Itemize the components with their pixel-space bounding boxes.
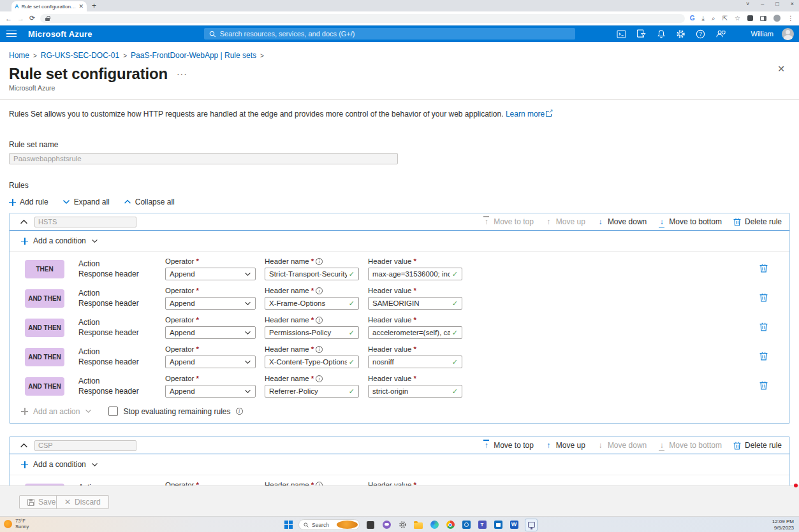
forward-icon[interactable]: → <box>17 15 24 22</box>
info-icon[interactable]: i <box>236 408 243 415</box>
breadcrumb-frontdoor[interactable]: PaaS-FrontDoor-WebApp | Rule sets <box>131 51 256 60</box>
outlook-icon[interactable] <box>461 520 471 530</box>
window-minimize-button[interactable]: – <box>761 1 764 7</box>
azure-search-box[interactable] <box>204 28 575 40</box>
extensions-icon[interactable] <box>747 15 753 21</box>
delete-action-button[interactable] <box>759 322 768 333</box>
window-close-button[interactable]: × <box>791 1 794 7</box>
move-down-button[interactable]: ↓ Move down <box>597 217 647 226</box>
header-value-field[interactable]: ✓ <box>368 297 462 310</box>
chrome-icon[interactable] <box>445 520 455 530</box>
operator-select[interactable]: Append <box>165 356 256 368</box>
checkbox[interactable] <box>108 406 118 416</box>
header-name-input[interactable] <box>269 270 347 278</box>
browser-tab[interactable]: A Rule set configuration - Microsof ✕ <box>11 1 87 11</box>
taskbar-clock[interactable]: 12:09 PM 9/5/2023 <box>772 519 794 531</box>
directory-filter-icon[interactable] <box>636 29 647 40</box>
header-value-input[interactable] <box>372 329 450 336</box>
move-to-bottom-button[interactable]: ↓ Move to bottom <box>658 441 722 450</box>
tab-close-icon[interactable]: ✕ <box>78 3 84 10</box>
header-name-input[interactable] <box>269 387 347 395</box>
header-value-field[interactable]: ✓ <box>368 385 462 398</box>
delete-rule-button[interactable]: Delete rule <box>733 441 782 450</box>
azure-brand[interactable]: Microsoft Azure <box>28 29 92 39</box>
info-icon[interactable]: i <box>316 287 323 294</box>
header-value-field[interactable]: ✓ <box>368 326 462 339</box>
operator-select[interactable]: Append <box>165 326 256 339</box>
delete-action-button[interactable] <box>759 264 768 275</box>
settings-icon[interactable] <box>397 520 407 530</box>
operator-select[interactable]: Append <box>165 268 256 280</box>
add-condition-button[interactable]: Add a condition <box>10 454 789 475</box>
stop-evaluating-checkbox-row[interactable]: Stop evaluating remaining rules i <box>108 406 242 416</box>
taskbar-search[interactable]: Search <box>298 519 360 530</box>
bookmark-star-icon[interactable]: ☆ <box>735 15 740 22</box>
chat-icon[interactable] <box>381 520 392 530</box>
side-panel-icon[interactable] <box>760 16 766 21</box>
add-condition-button[interactable]: Add a condition <box>10 231 789 252</box>
move-to-bottom-button[interactable]: ↓ Move to bottom <box>658 217 722 226</box>
delete-action-button[interactable] <box>759 293 768 304</box>
save-page-icon[interactable]: ⤓ <box>702 15 705 22</box>
window-chevron-icon[interactable]: ˅ <box>746 1 749 7</box>
header-name-input[interactable] <box>269 299 347 307</box>
zoom-icon[interactable]: ⌕ <box>712 15 715 22</box>
file-explorer-icon[interactable] <box>413 520 423 530</box>
reload-icon[interactable]: ⟳ <box>29 14 35 22</box>
header-name-field[interactable]: ✓ <box>265 356 359 368</box>
header-value-input[interactable] <box>372 387 450 395</box>
info-icon[interactable]: i <box>316 258 323 265</box>
collapse-all-button[interactable]: Collapse all <box>124 198 175 206</box>
edge-icon[interactable] <box>429 520 439 530</box>
notifications-bell-icon[interactable] <box>656 29 666 40</box>
move-to-top-button[interactable]: ↑ Move to top <box>483 441 534 450</box>
add-rule-button[interactable]: Add rule <box>9 198 48 206</box>
operator-select[interactable]: Append <box>165 297 256 310</box>
expand-all-button[interactable]: Expand all <box>62 198 110 206</box>
info-icon[interactable]: i <box>316 317 323 324</box>
new-tab-button[interactable]: + <box>92 1 96 11</box>
header-name-field[interactable]: ✓ <box>265 385 359 398</box>
hamburger-menu-icon[interactable] <box>6 31 17 38</box>
header-name-field[interactable]: ✓ <box>265 268 359 280</box>
window-maximize-button[interactable]: □ <box>775 1 779 7</box>
back-icon[interactable]: ← <box>5 15 12 22</box>
browser-menu-icon[interactable]: ⋮ <box>788 15 794 22</box>
word-icon[interactable]: W <box>509 520 519 530</box>
delete-action-button[interactable] <box>759 352 768 363</box>
close-blade-icon[interactable]: ✕ <box>777 64 785 74</box>
learn-more-link[interactable]: Learn more <box>506 110 545 119</box>
move-to-top-button[interactable]: ↑ Move to top <box>483 217 534 226</box>
add-action-button[interactable]: Add an action <box>21 407 92 416</box>
info-icon[interactable]: i <box>316 346 323 353</box>
delete-action-button[interactable] <box>759 381 768 392</box>
move-down-button[interactable]: ↓ Move down <box>597 441 647 450</box>
header-value-field[interactable]: ✓ <box>368 356 462 368</box>
user-name[interactable]: William <box>751 30 773 38</box>
header-value-input[interactable] <box>372 299 450 307</box>
discard-button[interactable]: ✕ Discard <box>56 495 109 509</box>
windows-start-button[interactable] <box>284 521 293 529</box>
operator-select[interactable]: Append <box>165 385 256 398</box>
delete-rule-button[interactable]: Delete rule <box>733 217 782 226</box>
weather-widget[interactable]: 73°F Sunny <box>4 518 29 529</box>
header-value-input[interactable] <box>372 358 450 366</box>
header-name-input[interactable] <box>269 329 347 336</box>
task-view-icon[interactable] <box>365 520 376 530</box>
more-options-icon[interactable]: ··· <box>177 69 187 79</box>
browser-profile-avatar[interactable] <box>773 15 781 22</box>
feedback-icon[interactable] <box>715 29 726 40</box>
azure-search-input[interactable] <box>220 30 570 38</box>
move-up-button[interactable]: ↑ Move up <box>545 441 585 450</box>
move-up-button[interactable]: ↑ Move up <box>545 217 585 226</box>
header-value-field[interactable]: ✓ <box>368 268 462 280</box>
user-avatar[interactable] <box>782 28 794 40</box>
header-name-input[interactable] <box>269 358 347 366</box>
settings-gear-icon[interactable] <box>675 29 686 40</box>
snipping-tool-icon[interactable] <box>525 519 538 531</box>
cloud-shell-icon[interactable] <box>616 29 627 40</box>
info-icon[interactable]: i <box>316 375 323 382</box>
header-value-input[interactable] <box>372 270 450 278</box>
address-bar[interactable] <box>40 14 685 23</box>
collapse-rule-icon[interactable] <box>20 219 28 225</box>
